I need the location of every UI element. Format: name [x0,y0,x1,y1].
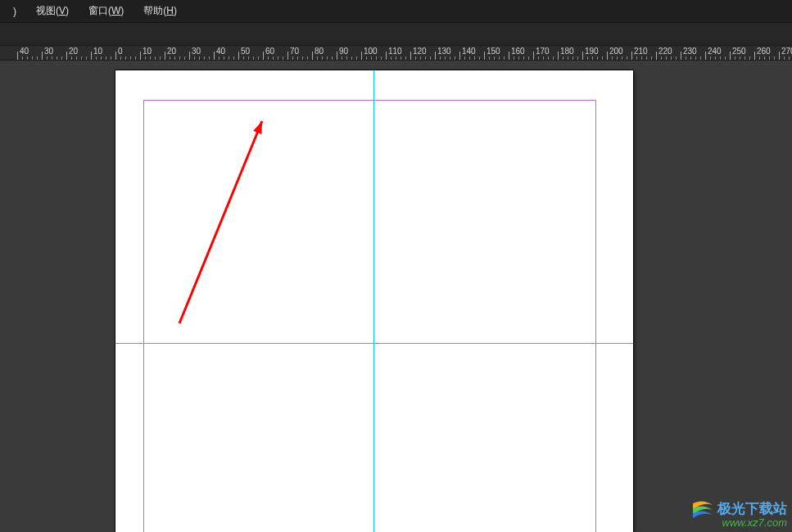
ruler-label: 120 [413,47,427,56]
ruler-tick-minor [430,56,431,60]
ruler-tick-major [435,52,436,60]
ruler-tick-minor [106,56,106,60]
ruler-tick-minor [764,56,765,60]
ruler-tick-minor [253,56,254,60]
ruler-label: 230 [683,47,697,56]
ruler-tick-minor [346,56,347,60]
ruler-tick-major [484,52,485,60]
ruler-label: 30 [192,47,201,56]
ruler-tick-minor [450,56,450,60]
ruler-tick-major [165,52,165,60]
ruler-label: 220 [658,47,672,56]
canvas-area[interactable] [0,61,792,532]
ruler-tick-major [189,52,190,60]
horizontal-guide[interactable] [115,343,633,344]
ruler-tick-major [459,52,460,60]
menu-item-help[interactable]: 帮助(H) [134,0,187,22]
ruler-tick-minor [548,56,549,60]
ruler-tick-minor [283,56,283,60]
ruler-tick-minor [273,56,274,60]
ruler-tick-minor [258,56,259,60]
ruler-tick-major [361,52,362,60]
ruler-tick-minor [666,56,667,60]
ruler-tick-minor [740,56,740,60]
ruler-label: 160 [511,47,525,56]
ruler-tick-minor [199,56,200,60]
ruler-tick-minor [145,56,146,60]
ruler-tick-minor [538,56,539,60]
ruler-tick-major [287,52,288,60]
horizontal-ruler[interactable]: 4030201001020304050607080901001101201301… [0,46,792,61]
ruler-tick-minor [37,56,38,60]
menu-item-window[interactable]: 窗口(W) [79,0,134,22]
ruler-tick-major [214,52,215,60]
ruler-tick-minor [725,56,726,60]
ruler-label: 70 [290,47,299,56]
vertical-guide[interactable] [373,70,374,532]
ruler-tick-minor [396,56,396,60]
ruler-tick-minor [243,56,244,60]
menu-label: 视图(V) [36,4,69,18]
ruler-tick-minor [568,56,568,60]
ruler-tick-minor [415,56,416,60]
ruler-tick-minor [577,56,578,60]
ruler-tick-minor [499,56,500,60]
ruler-tick-minor [622,56,622,60]
ruler-tick-minor [81,56,82,60]
menu-item-partial[interactable]: ) [3,0,26,22]
ruler-tick-minor [759,56,760,60]
ruler-tick-major [91,52,92,60]
ruler-tick-minor [101,56,102,60]
ruler-label: 100 [364,47,378,56]
ruler-tick-minor [376,56,377,60]
ruler-tick-minor [120,56,121,60]
ruler-tick-minor [646,56,647,60]
ruler-tick-minor [440,56,441,60]
ruler-tick-major [607,52,608,60]
ruler-label: 40 [20,47,29,56]
menu-label: 窗口(W) [88,4,124,18]
ruler-tick-minor [563,56,563,60]
ruler-tick-minor [455,56,455,60]
ruler-tick-minor [592,56,593,60]
ruler-tick-minor [489,56,490,60]
ruler-tick-major [66,52,67,60]
ruler-tick-minor [425,56,426,60]
ruler-tick-minor [327,56,328,60]
ruler-label: 90 [339,47,348,56]
ruler-tick-major [754,52,755,60]
menu-item-view[interactable]: 视图(V) [26,0,79,22]
ruler-tick-minor [22,56,23,60]
ruler-tick-minor [160,56,161,60]
menubar: ) 视图(V) 窗口(W) 帮助(H) [0,0,792,23]
ruler-tick-minor [342,56,342,60]
ruler-tick-major [509,52,509,60]
ruler-tick-minor [553,56,554,60]
ruler-label: 200 [609,47,623,56]
ruler-label: 20 [167,47,176,56]
ruler-tick-minor [612,56,613,60]
ruler-tick-minor [695,56,696,60]
ruler-label: 10 [143,47,152,56]
watermark-logo-icon [691,500,714,518]
ruler-tick-minor [381,56,382,60]
ruler-tick-minor [71,56,72,60]
ruler-tick-major [17,52,18,60]
ruler-tick-minor [356,56,357,60]
ruler-label: 10 [93,47,102,56]
ruler-tick-minor [587,56,588,60]
ruler-tick-minor [518,56,519,60]
ruler-label: 60 [265,47,274,56]
ruler-tick-minor [504,56,505,60]
ruler-tick-major [263,52,264,60]
ruler-tick-minor [543,56,544,60]
ruler-tick-minor [523,56,524,60]
ruler-label: 150 [487,47,500,56]
ruler-tick-minor [302,56,303,60]
ruler-tick-minor [268,56,269,60]
menu-label: 帮助(H) [143,4,177,18]
ruler-tick-minor [514,56,514,60]
ruler-tick-minor [248,56,249,60]
document-page[interactable] [115,70,633,532]
ruler-tick-minor [464,56,465,60]
